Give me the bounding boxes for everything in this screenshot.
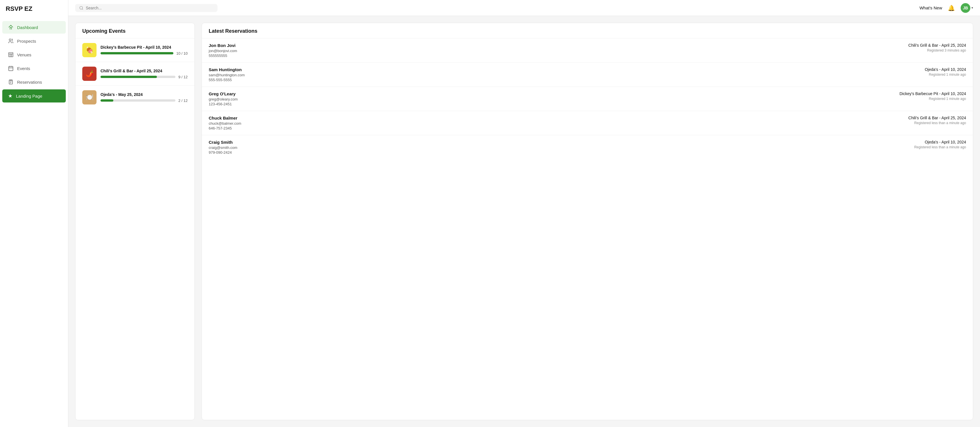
topbar-right: What's New 🔔 JB ▾: [920, 3, 973, 13]
sidebar-item-events[interactable]: Events: [2, 62, 66, 75]
progress-row: 9 / 12: [100, 75, 188, 79]
reservation-event: Chili's Grill & Bar - April 25, 2024: [908, 43, 966, 48]
event-thumbnail: 🍽️: [82, 90, 97, 105]
reservation-item[interactable]: Jon Bon Jovi jon@bonjovi.com 555555555 C…: [202, 38, 973, 63]
reservation-email: sam@huntington.com: [209, 73, 245, 77]
progress-bar-bg: [100, 99, 175, 102]
sidebar-item-label: Reservations: [17, 80, 42, 84]
reservation-time: Registered 1 minute ago: [925, 73, 966, 76]
reservation-phone: 123-456-2451: [209, 102, 238, 106]
event-thumbnail: 🌶️: [82, 67, 97, 81]
svg-point-0: [9, 39, 11, 41]
reservation-name: Craig Smith: [209, 140, 237, 144]
reservation-email: jon@bonjovi.com: [209, 49, 237, 53]
reservation-time: Registered less than a minute ago: [908, 121, 966, 125]
chevron-down-icon: ▾: [972, 6, 973, 10]
event-details: Chili's Grill & Bar - April 25, 2024 9 /…: [100, 68, 188, 79]
reservation-name: Sam Huntington: [209, 67, 245, 72]
sidebar-item-label: Landing Page: [16, 94, 43, 98]
star-icon: ★: [8, 93, 13, 99]
reservation-info: Craig Smith craig@smith.com 979-090-2424: [209, 140, 237, 155]
sidebar-item-label: Events: [17, 66, 30, 71]
reservation-event-info: Dickey's Barbecue Pit - April 10, 2024 R…: [899, 91, 966, 101]
avatar: JB: [961, 3, 970, 13]
sidebar-item-label: Prospects: [17, 39, 36, 44]
sidebar: RSVP EZ Dashboard Prospects Venues: [0, 0, 68, 427]
reservation-email: craig@smith.com: [209, 146, 237, 150]
reservation-info: Sam Huntington sam@huntington.com 555-55…: [209, 67, 245, 82]
bell-icon[interactable]: 🔔: [948, 5, 955, 11]
event-item[interactable]: 🌶️ Chili's Grill & Bar - April 25, 2024 …: [75, 62, 194, 86]
topbar: What's New 🔔 JB ▾: [68, 0, 980, 16]
upcoming-events-panel: Upcoming Events 🍖 Dickey's Barbecue Pit …: [75, 23, 195, 420]
reservation-name: Jon Bon Jovi: [209, 43, 237, 48]
user-menu[interactable]: JB ▾: [961, 3, 973, 13]
reservation-name: Greg O'Leary: [209, 91, 238, 96]
progress-bar-fill: [100, 52, 173, 54]
main-area: What's New 🔔 JB ▾ Upcoming Events 🍖 Dick…: [68, 0, 980, 427]
search-box[interactable]: [75, 4, 218, 12]
search-input[interactable]: [86, 6, 213, 10]
content-area: Upcoming Events 🍖 Dickey's Barbecue Pit …: [68, 16, 980, 427]
reservation-name: Chuck Balmer: [209, 116, 241, 121]
sidebar-item-prospects[interactable]: Prospects: [2, 35, 66, 47]
reservation-time: Registered 3 minutes ago: [908, 48, 966, 52]
calendar-icon: [8, 65, 14, 71]
clipboard-icon: [8, 79, 14, 85]
building-icon: [8, 52, 14, 57]
sidebar-nav: Dashboard Prospects Venues Events: [0, 17, 68, 427]
reservation-event-info: Chili's Grill & Bar - April 25, 2024 Reg…: [908, 116, 966, 125]
event-details: Ojeda's - May 25, 2024 2 / 12: [100, 92, 188, 103]
sidebar-item-landing-page[interactable]: ★ Landing Page: [2, 89, 66, 103]
progress-bar-bg: [100, 76, 175, 78]
reservation-time: Registered less than a minute ago: [914, 145, 966, 149]
svg-rect-2: [9, 66, 13, 71]
svg-rect-1: [9, 53, 13, 57]
reservation-time: Registered 1 minute ago: [899, 97, 966, 101]
event-item[interactable]: 🍖 Dickey's Barbecue Pit - April 10, 2024…: [75, 38, 194, 62]
progress-bar-fill: [100, 76, 157, 78]
reservation-phone: 555-555-5555: [209, 78, 245, 82]
reservation-event: Ojeda's - April 10, 2024: [925, 67, 966, 72]
people-icon: [8, 38, 14, 44]
sidebar-item-venues[interactable]: Venues: [2, 48, 66, 61]
home-icon: [8, 24, 14, 30]
event-details: Dickey's Barbecue Pit - April 10, 2024 1…: [100, 45, 188, 56]
reservation-item[interactable]: Chuck Balmer chuck@balmer.com 646-757-23…: [202, 111, 973, 135]
progress-text: 10 / 10: [176, 51, 188, 56]
progress-bar-fill: [100, 99, 113, 102]
reservation-event-info: Chili's Grill & Bar - April 25, 2024 Reg…: [908, 43, 966, 52]
reservation-phone: 646-757-2345: [209, 126, 241, 130]
event-name: Ojeda's - May 25, 2024: [100, 92, 188, 97]
whats-new-button[interactable]: What's New: [920, 5, 942, 10]
reservation-item[interactable]: Greg O'Leary greg@oleary.com 123-456-245…: [202, 87, 973, 111]
reservation-event-info: Ojeda's - April 10, 2024 Registered less…: [914, 140, 966, 149]
progress-bar-bg: [100, 52, 173, 54]
reservation-info: Chuck Balmer chuck@balmer.com 646-757-23…: [209, 116, 241, 130]
latest-reservations-panel: Latest Reservations Jon Bon Jovi jon@bon…: [202, 23, 973, 420]
progress-row: 10 / 10: [100, 51, 188, 56]
event-item[interactable]: 🍽️ Ojeda's - May 25, 2024 2 / 12: [75, 86, 194, 109]
upcoming-events-title: Upcoming Events: [75, 23, 194, 38]
reservation-event: Chili's Grill & Bar - April 25, 2024: [908, 116, 966, 120]
latest-reservations-title: Latest Reservations: [202, 23, 973, 38]
event-name: Chili's Grill & Bar - April 25, 2024: [100, 68, 188, 73]
progress-row: 2 / 12: [100, 98, 188, 103]
sidebar-item-label: Dashboard: [17, 25, 38, 30]
progress-text: 9 / 12: [178, 75, 188, 79]
reservation-email: greg@oleary.com: [209, 97, 238, 102]
app-logo: RSVP EZ: [0, 0, 68, 17]
reservation-event: Dickey's Barbecue Pit - April 10, 2024: [899, 91, 966, 96]
reservation-item[interactable]: Craig Smith craig@smith.com 979-090-2424…: [202, 135, 973, 159]
reservation-phone: 979-090-2424: [209, 150, 237, 155]
progress-text: 2 / 12: [178, 98, 188, 103]
reservation-info: Jon Bon Jovi jon@bonjovi.com 555555555: [209, 43, 237, 58]
reservation-info: Greg O'Leary greg@oleary.com 123-456-245…: [209, 91, 238, 106]
event-thumbnail: 🍖: [82, 43, 97, 57]
reservation-event: Ojeda's - April 10, 2024: [914, 140, 966, 144]
reservation-email: chuck@balmer.com: [209, 121, 241, 125]
sidebar-item-reservations[interactable]: Reservations: [2, 76, 66, 88]
sidebar-item-label: Venues: [17, 52, 31, 57]
reservation-item[interactable]: Sam Huntington sam@huntington.com 555-55…: [202, 63, 973, 87]
sidebar-item-dashboard[interactable]: Dashboard: [2, 21, 66, 33]
